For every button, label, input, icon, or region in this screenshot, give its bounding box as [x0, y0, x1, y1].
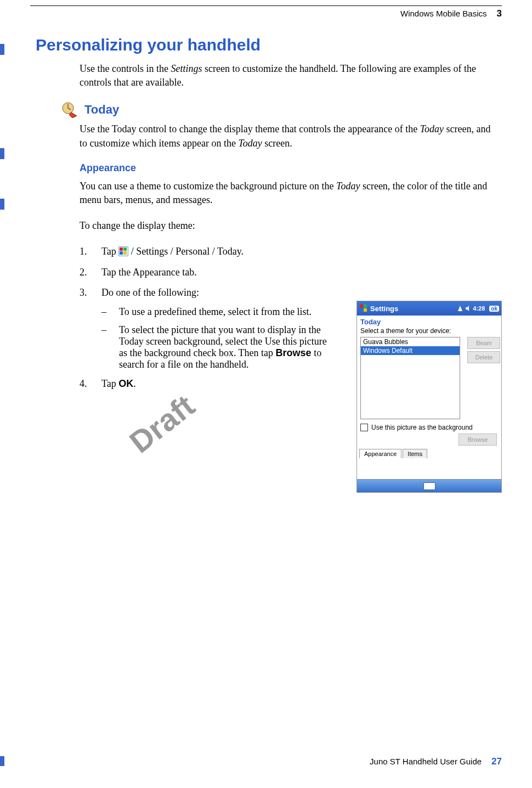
theme-listbox[interactable]: Guava Bubbles Windows Default	[360, 337, 460, 419]
background-checkbox[interactable]	[360, 424, 368, 431]
windows-flag-icon	[359, 304, 368, 313]
device-bottom-bar	[357, 479, 501, 492]
svg-marker-1	[69, 112, 77, 118]
tab-appearance[interactable]: Appearance	[359, 449, 401, 458]
section-intro: Use the controls in the Settings screen …	[80, 62, 496, 89]
book-title: Juno ST Handheld User Guide	[370, 757, 482, 766]
section-heading: Personalizing your handheld	[36, 36, 502, 54]
today-heading: Today	[84, 103, 119, 117]
draft-watermark: Draft	[123, 388, 201, 460]
background-checkbox-label: Use this picture as the background	[371, 424, 473, 431]
keyboard-icon[interactable]	[423, 482, 435, 490]
appearance-paragraph: You can use a theme to customize the bac…	[80, 179, 496, 207]
delete-button[interactable]: Delete	[467, 351, 500, 363]
svg-rect-8	[360, 308, 363, 312]
today-heading-row: Today	[60, 102, 502, 118]
device-screen-title: Today	[357, 316, 501, 327]
today-paragraph: Use the Today control to change the disp…	[80, 122, 496, 150]
appearance-marker	[0, 199, 4, 210]
step-3-bullet-1: – To use a predefined theme, select it f…	[101, 306, 332, 318]
step-3: 3. Do one of the following:	[80, 286, 332, 300]
header-rule	[30, 5, 502, 6]
device-prompt: Select a theme for your device:	[357, 327, 501, 337]
steps-list: 1. Tap / Settings / Personal / Today. 2.…	[80, 245, 332, 391]
svg-rect-4	[120, 251, 123, 255]
device-title: Settings	[370, 305, 455, 313]
beam-button[interactable]: Beam	[467, 337, 500, 349]
running-header: Windows Mobile Basics 3	[30, 8, 502, 19]
step-4: 4. Tap OK.	[80, 377, 332, 391]
step-3-bullet-2: – To select the picture that you want to…	[101, 324, 332, 370]
device-titlebar: Settings 4:28 ok	[357, 301, 501, 316]
step-1: 1. Tap / Settings / Personal / Today.	[80, 245, 332, 258]
device-status-icons: 4:28 ok	[457, 305, 499, 312]
running-footer: Juno ST Handheld User Guide 27	[370, 756, 502, 767]
svg-rect-6	[360, 305, 363, 308]
section-marker	[0, 44, 4, 55]
svg-rect-3	[123, 247, 127, 251]
svg-rect-9	[364, 308, 367, 312]
footer-marker	[0, 756, 4, 766]
theme-option-0[interactable]: Guava Bubbles	[361, 337, 460, 346]
appearance-lead: To change the display theme:	[80, 219, 496, 233]
svg-rect-2	[120, 247, 123, 251]
page-number: 27	[491, 756, 502, 767]
tab-items[interactable]: Items	[403, 449, 427, 458]
chapter-title: Windows Mobile Basics	[400, 9, 487, 18]
start-icon	[118, 246, 128, 256]
theme-option-1[interactable]: Windows Default	[361, 346, 460, 355]
step-2: 2. Tap the Appearance tab.	[80, 266, 332, 279]
today-icon	[60, 102, 79, 118]
device-screenshot: Settings 4:28 ok Today Select a theme fo…	[356, 301, 502, 493]
appearance-heading: Appearance	[80, 162, 502, 174]
svg-rect-7	[364, 305, 367, 308]
speaker-icon	[465, 305, 471, 312]
ok-button[interactable]: ok	[489, 306, 499, 312]
device-time: 4:28	[473, 305, 485, 312]
today-marker	[0, 148, 4, 159]
svg-rect-5	[123, 251, 127, 255]
chapter-number: 3	[497, 8, 502, 19]
browse-button[interactable]: Browse	[459, 434, 497, 446]
signal-icon	[457, 305, 463, 312]
